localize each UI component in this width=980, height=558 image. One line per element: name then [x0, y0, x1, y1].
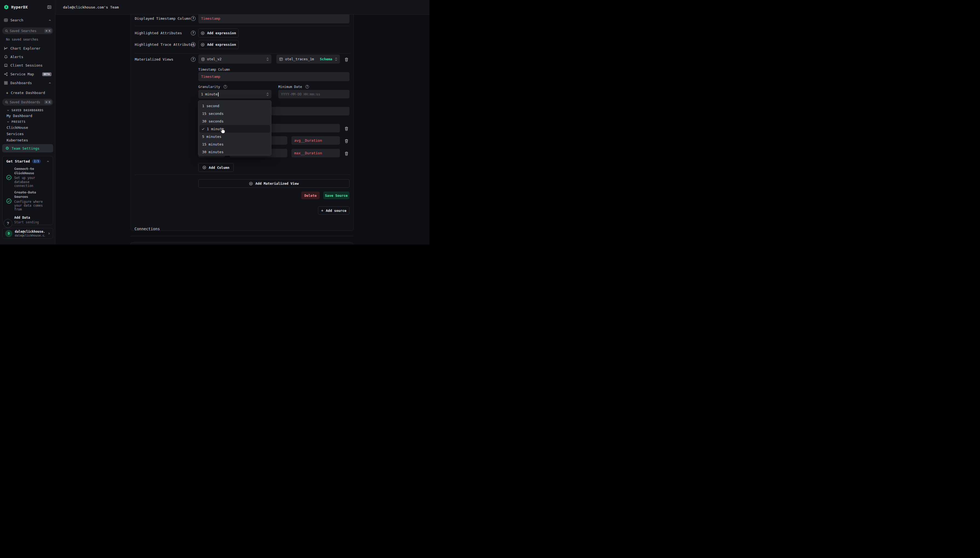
section-title: PRESETS	[11, 120, 26, 123]
avatar: D	[5, 230, 12, 237]
add-materialized-view-button[interactable]: Add Materialized View	[198, 179, 350, 188]
select-value: otel_traces_1m	[285, 57, 318, 61]
sidebar-item-client-sessions[interactable]: Client Sessions	[0, 62, 55, 69]
help-icon[interactable]: ?	[191, 42, 196, 47]
user-menu[interactable]: D dale@clickhouse.… dale@clickhouse.c…	[2, 228, 53, 239]
materialized-view-select[interactable]: otel_v2	[198, 54, 272, 64]
dropdown-option[interactable]: 15 seconds	[198, 110, 271, 117]
help-icon[interactable]: ?	[191, 57, 196, 62]
sidebar-item-team-settings[interactable]: ⚙ Team Settings	[2, 144, 53, 153]
sidebar-item-label: Alerts	[10, 55, 23, 59]
step-create-data-sources[interactable]: Create Data Sources Configure where your…	[2, 189, 53, 212]
help-icon[interactable]: ?	[191, 31, 196, 35]
plus-icon: +	[6, 91, 8, 95]
timestamp-column-input[interactable]: Timestamp	[198, 72, 350, 81]
connections-heading: Connections	[134, 226, 160, 231]
dropdown-option[interactable]: 15 minutes	[198, 140, 271, 148]
granularity-label: Granularity	[198, 85, 220, 89]
field-label: Minimum Date ?	[278, 85, 308, 89]
sidebar-item-clickhouse[interactable]: ClickHouse	[7, 126, 28, 130]
progress-badge: 2/3	[32, 159, 41, 163]
materialized-table-select[interactable]: otel_traces_1m Schema	[276, 54, 340, 64]
section-saved-dashboards[interactable]: SAVED DASHBOARDS	[7, 108, 44, 112]
option-label: 1 minute	[207, 127, 224, 131]
check-icon	[201, 127, 205, 131]
dropdown-option[interactable]: 30 minutes	[198, 148, 271, 156]
chart-explorer-icon	[4, 46, 8, 51]
create-dashboard-button[interactable]: + Create Dashboard	[0, 89, 55, 96]
no-saved-searches-text: No saved searches	[6, 38, 38, 41]
sidebar-item-kubernetes[interactable]: Kubernetes	[7, 138, 28, 142]
field-value: avg__Duration	[294, 138, 322, 143]
displayed-timestamp-column-input[interactable]: Timestamp	[198, 15, 350, 23]
help-icon[interactable]: ?	[191, 16, 196, 21]
sidebar-item-service-map[interactable]: Service Map BETA	[0, 71, 55, 77]
step-connect-clickhouse[interactable]: Connect to ClickHouse Set up your databa…	[2, 165, 53, 189]
field-value: Timestamp	[201, 16, 220, 21]
dropdown-option[interactable]: 30 seconds	[198, 117, 271, 125]
saved-searches-search[interactable]: ⌘ K	[2, 28, 53, 34]
field-label: Highlighted Trace Attributes	[135, 43, 195, 47]
main-content: Displayed Timestamp Column ? Timestamp H…	[55, 15, 429, 245]
chevron-updown-icon	[266, 92, 269, 96]
section-presets[interactable]: PRESETS	[7, 120, 26, 123]
sidebar-item-label: Chart Explorer	[10, 46, 41, 51]
add-expression-button[interactable]: Add expression	[198, 28, 239, 38]
hyperdx-logo-icon	[4, 5, 9, 10]
sidebar-item-label: Client Sessions	[10, 63, 43, 67]
step-desc: Start sending logs, metrics, or traces	[14, 220, 49, 225]
dropdown-option[interactable]: 5 minutes	[198, 133, 271, 140]
divider	[135, 26, 350, 26]
column-expression-input[interactable]: max__Duration	[291, 149, 340, 157]
add-column-button[interactable]: Add Column	[198, 163, 234, 172]
add-expression-button[interactable]: Add expression	[198, 40, 239, 49]
section-title: SAVED DASHBOARDS	[11, 108, 44, 112]
add-source-button[interactable]: + Add source	[318, 206, 350, 215]
button-label: Add Materialized View	[255, 181, 299, 185]
dropdown-option-selected[interactable]: 1 minute	[200, 125, 270, 133]
service-map-icon	[4, 72, 8, 76]
help-icon[interactable]: ?	[305, 85, 309, 89]
dashboards-icon	[4, 81, 8, 85]
table-icon	[279, 57, 283, 61]
sidebar-item-dashboards[interactable]: Dashboards	[0, 79, 55, 86]
search-icon	[5, 100, 8, 104]
sidebar-item-alerts[interactable]: Alerts	[0, 53, 55, 60]
delete-column-trash-icon[interactable]	[344, 126, 349, 131]
save-source-button[interactable]: Save Source	[323, 192, 350, 199]
sidebar-collapse-icon[interactable]	[47, 5, 51, 9]
help-button[interactable]: ?	[3, 219, 12, 228]
chevron-updown-icon	[334, 57, 338, 61]
step-title: Connect to ClickHouse	[14, 167, 49, 176]
delete-view-trash-icon[interactable]	[344, 57, 349, 62]
field-value: Timestamp	[201, 75, 220, 79]
get-started-header[interactable]: Get Started 2/3	[2, 156, 53, 165]
column-expression-input[interactable]: avg__Duration	[291, 136, 340, 145]
minimum-date-input[interactable]	[278, 90, 350, 98]
get-started-title: Get Started	[6, 159, 30, 163]
delete-column-trash-icon[interactable]	[344, 138, 349, 143]
connections-card	[130, 242, 353, 245]
dropdown-option[interactable]: 1 second	[198, 102, 271, 110]
sidebar-item-services[interactable]: Services	[7, 132, 24, 136]
page-title: dale@clickhouse.com's Team	[63, 5, 119, 9]
bell-icon	[4, 55, 8, 59]
field-label: Materialized Views	[135, 57, 173, 61]
text-caret	[218, 92, 219, 97]
delete-source-button[interactable]: Delete	[301, 192, 320, 199]
hyperdx-app: HyperDX Search ⌘ K No saved searches	[0, 0, 429, 245]
field-value: max__Duration	[294, 151, 322, 155]
granularity-select[interactable]: 1 minute	[198, 90, 272, 98]
step-desc: Set up your database connection	[14, 176, 49, 188]
sidebar-item-chart-explorer[interactable]: Chart Explorer	[0, 45, 55, 52]
sidebar-item-search[interactable]: Search	[0, 17, 55, 24]
help-icon[interactable]: ?	[224, 85, 227, 89]
sidebar-item-my-dashboard[interactable]: My Dashboard	[7, 114, 32, 118]
delete-column-trash-icon[interactable]	[344, 151, 349, 156]
step-title: Add Data	[14, 216, 49, 220]
saved-dashboards-input[interactable]	[10, 100, 43, 104]
saved-dashboards-search[interactable]: ⌘ K	[2, 98, 53, 105]
saved-searches-input[interactable]	[10, 29, 43, 33]
schema-link[interactable]: Schema	[320, 57, 332, 61]
select-value: otel_v2	[207, 57, 264, 61]
